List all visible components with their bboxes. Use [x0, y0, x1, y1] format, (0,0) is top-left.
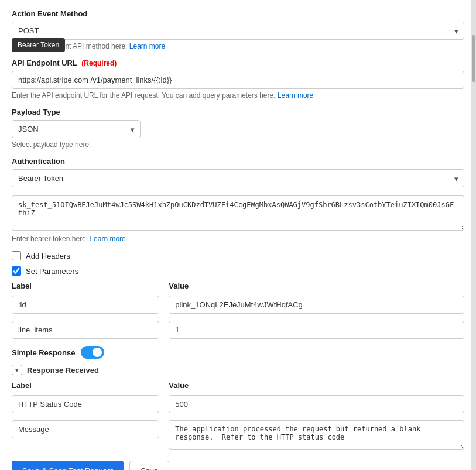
- bearer-token-helper: Enter bearer token here. Learn more: [12, 235, 464, 243]
- api-endpoint-required: (Required): [81, 59, 117, 67]
- param-value-col-header: Value: [169, 282, 464, 290]
- bottom-buttons: Save & Send Test Request Save: [12, 461, 464, 470]
- simple-response-label: Simple Response: [12, 348, 75, 357]
- api-endpoint-label: API Endpoint URL (Required): [12, 59, 464, 67]
- scrollbar-track: [471, 0, 476, 470]
- action-event-method-learn-more[interactable]: Learn more: [129, 42, 165, 50]
- parameters-header: Label Value: [12, 282, 464, 293]
- param-1-value-input[interactable]: [169, 296, 464, 314]
- param-label-col-header: Label: [12, 282, 159, 290]
- action-event-method-select[interactable]: POST GET PUT PATCH DELETE: [12, 22, 464, 40]
- response-label-col-header: Label: [12, 381, 159, 390]
- response-received-label: Response Received: [27, 366, 99, 375]
- set-parameters-label[interactable]: Set Parameters: [26, 267, 78, 276]
- simple-response-toggle[interactable]: [81, 346, 104, 359]
- response-1-value-input[interactable]: [169, 395, 464, 413]
- scrollbar-thumb[interactable]: [472, 35, 475, 82]
- payload-type-select-wrapper[interactable]: JSON Form Data XML: [12, 120, 141, 138]
- parameter-row-1: [12, 296, 464, 314]
- add-headers-checkbox[interactable]: [12, 251, 21, 260]
- api-endpoint-learn-more[interactable]: Learn more: [278, 91, 313, 100]
- set-parameters-row: Set Parameters: [12, 266, 464, 276]
- bearer-token-section: sk_test_51OIQwBEJeJuMt4wJc5SW4kH1xhZpOuC…: [12, 195, 464, 243]
- response-2-label-input[interactable]: [12, 420, 159, 438]
- add-headers-label[interactable]: Add Headers: [26, 252, 70, 260]
- payload-type-label: Payload Type: [12, 108, 464, 116]
- parameter-row-2: [12, 321, 464, 339]
- payload-type-select[interactable]: JSON Form Data XML: [12, 120, 141, 138]
- save-send-button[interactable]: Save & Send Test Request: [12, 461, 124, 470]
- api-endpoint-section: API Endpoint URL (Required) Enter the AP…: [12, 59, 464, 100]
- bearer-token-tooltip: Bearer Token: [12, 38, 65, 52]
- param-2-label-input[interactable]: [12, 321, 159, 339]
- payload-type-helper: Select payload type here.: [12, 140, 464, 149]
- response-received-chevron[interactable]: ▾: [12, 365, 22, 375]
- param-2-value-input[interactable]: [169, 321, 464, 339]
- add-headers-row: Add Headers: [12, 251, 464, 260]
- set-parameters-checkbox[interactable]: [12, 266, 21, 276]
- action-event-method-select-wrapper[interactable]: POST GET PUT PATCH DELETE: [12, 22, 464, 40]
- authentication-select-wrapper[interactable]: Bearer Token None Basic Auth API Key: [12, 169, 464, 187]
- response-row-1: [12, 395, 464, 413]
- action-event-method-label: Action Event Method: [12, 9, 464, 18]
- authentication-select[interactable]: Bearer Token None Basic Auth API Key: [12, 169, 464, 187]
- authentication-section: Authentication Bearer Token None Basic A…: [12, 157, 464, 187]
- action-event-method-section: Action Event Method Bearer Token POST GE…: [12, 9, 464, 50]
- simple-response-row: Simple Response: [12, 346, 464, 359]
- bearer-token-input[interactable]: sk_test_51OIQwBEJeJuMt4wJc5SW4kH1xhZpOuC…: [12, 195, 464, 231]
- api-endpoint-input[interactable]: [12, 71, 464, 89]
- api-endpoint-helper: Enter the API endpoint URL for the API r…: [12, 91, 464, 100]
- authentication-label: Authentication: [12, 157, 464, 166]
- response-2-value-textarea[interactable]: The application processed the request bu…: [169, 420, 464, 450]
- response-header-row: Label Value: [12, 381, 464, 393]
- response-row-2: The application processed the request bu…: [12, 420, 464, 451]
- response-value-col-header: Value: [169, 381, 464, 390]
- payload-type-section: Payload Type JSON Form Data XML Select p…: [12, 108, 464, 149]
- response-received-row: ▾ Response Received: [12, 365, 464, 375]
- bearer-token-learn-more[interactable]: Learn more: [90, 235, 125, 243]
- response-1-label-input[interactable]: [12, 395, 159, 413]
- action-event-method-helper: Select action event API method here. Lea…: [12, 42, 464, 50]
- param-1-label-input[interactable]: [12, 296, 159, 314]
- save-button[interactable]: Save: [129, 461, 169, 470]
